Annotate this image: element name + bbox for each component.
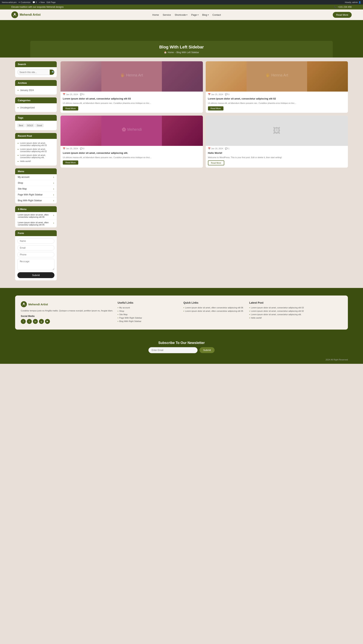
post-excerpt-3: Ut ultrices massa elit, at bibendum libe… xyxy=(63,156,201,159)
form-email-input[interactable] xyxy=(17,245,54,250)
menu-item-my-account[interactable]: My account › xyxy=(15,174,57,180)
breadcrumb-home[interactable]: Home xyxy=(168,51,174,54)
nav-blog[interactable]: Blog ▾ xyxy=(202,14,209,16)
s-menu-item-2[interactable]: Lorem ipsum dolor sit amet, often consec… xyxy=(15,220,57,228)
category-item[interactable]: Uncategorized xyxy=(17,106,54,110)
admin-new[interactable]: + New xyxy=(39,1,45,4)
menu-item-my-account-label: My account xyxy=(18,176,29,178)
form-phone-input[interactable] xyxy=(17,252,54,257)
svg-point-0 xyxy=(14,13,15,15)
menu-widget: Menu My account › Shop › Site Map › Page… xyxy=(15,168,57,204)
post-read-more-2[interactable]: Read More xyxy=(208,106,224,110)
tags-widget-body: Best GOLD Good xyxy=(15,121,57,130)
footer-useful-links: Useful Links My account Shop Site Map Pa… xyxy=(118,301,180,324)
post-meta-2: 📅 Jan 25, 2024 💬 0 xyxy=(206,92,348,96)
tag-gold[interactable]: GOLD xyxy=(25,124,34,127)
footer-link-my-account[interactable]: My account xyxy=(118,306,180,309)
posts-grid: 🖐 Henna Art 📅 Jan 25, 2024 💬 0 Lorem ips… xyxy=(60,61,348,168)
social-youtube[interactable]: ▶ xyxy=(45,319,50,324)
calendar-icon-4: 📅 xyxy=(208,148,211,150)
footer-link-shop[interactable]: Shop xyxy=(118,310,180,312)
social-media-label: Social Media xyxy=(21,315,114,318)
nav-contact[interactable]: Contact xyxy=(213,14,221,16)
newsletter-email-input[interactable] xyxy=(148,347,198,353)
post-comments-text-1: 0 xyxy=(83,93,84,96)
s-menu-widget-title: S Menu xyxy=(15,206,57,212)
post-content-4: Hello World! Welcome to WordPress. This … xyxy=(206,150,348,168)
post-card-1: 🖐 Henna Art 📅 Jan 25, 2024 💬 0 Lorem ips… xyxy=(60,61,203,113)
nav-page[interactable]: Page ▾ xyxy=(191,14,198,16)
post-read-more-4[interactable]: Read More xyxy=(208,160,224,165)
footer-link-site-map[interactable]: Site Map xyxy=(118,313,180,316)
admin-customize[interactable]: ✏ Customize xyxy=(18,1,31,4)
s-menu-items: Lorem ipsum dolor sit amet, often consec… xyxy=(15,212,57,228)
search-widget-body: 🔍 xyxy=(15,67,57,77)
footer-latest-post-1[interactable]: Lorem ipsum dolor sit amet, consectetur … xyxy=(249,306,342,309)
logo-svg xyxy=(13,13,17,17)
admin-comments[interactable]: 💬 3 xyxy=(32,1,37,4)
admin-bar: heena-artist-pro ✏ Customize 💬 3 + New E… xyxy=(0,0,363,4)
phone-icon: 📞 xyxy=(334,6,337,8)
footer-latest-post-3[interactable]: Lorem ipsum dolor sit amet, consectetur … xyxy=(249,313,342,316)
menu-item-site-map[interactable]: Site Map › xyxy=(15,186,57,192)
social-icons: f t in g ▶ xyxy=(21,319,114,324)
tag-best[interactable]: Best xyxy=(17,124,24,127)
menu-item-page-right-sidebar[interactable]: Page With Right Sidebar › xyxy=(15,192,57,198)
post-image-3: 🌸 Mehendi xyxy=(60,116,203,146)
admin-bar-right: Howdy, admin 👤 xyxy=(345,1,361,4)
calendar-icon-2: 📅 xyxy=(208,93,211,96)
footer-quick-link-1[interactable]: Lorem ipsum dolor sit amet, often consec… xyxy=(183,306,245,309)
social-twitter[interactable]: t xyxy=(27,319,32,324)
header: Mehendi Artist Home Service Shortcode ▾ … xyxy=(0,10,363,20)
post-thumb-1: 🖐 Henna Art xyxy=(60,61,203,92)
recent-post-item-1[interactable]: Lorem ipsum dolor sit amet, consectetur … xyxy=(17,141,54,147)
post-date-text-3: Jan 25, 2024 xyxy=(66,148,78,150)
footer-latest-post-4[interactable]: Hello world! xyxy=(249,317,342,319)
recent-post-item-3[interactable]: Lorem ipsum dolor sit amet, consectetur … xyxy=(17,153,54,159)
menu-item-page-right-sidebar-label: Page With Right Sidebar xyxy=(18,193,42,196)
form-submit-button[interactable]: Submit xyxy=(17,272,54,278)
site-logo[interactable]: Mehendi Artist xyxy=(11,11,41,18)
social-google[interactable]: g xyxy=(39,319,44,324)
footer-link-page-right-sidebar[interactable]: Page With Right Sidebar xyxy=(118,317,180,319)
tag-good[interactable]: Good xyxy=(35,124,43,127)
header-cta-button[interactable]: Read More xyxy=(333,12,352,18)
s-menu-widget: S Menu Lorem ipsum dolor sit amet, often… xyxy=(15,206,57,228)
newsletter-submit-button[interactable]: Submit xyxy=(199,347,215,353)
form-widget: Form Submit xyxy=(15,230,57,280)
post-read-more-3[interactable]: Read More xyxy=(63,160,78,164)
newsletter-title: Subscribe To Our Newsletter xyxy=(15,341,348,345)
nav-home[interactable]: Home xyxy=(152,14,159,16)
form-name-input[interactable] xyxy=(17,238,54,244)
footer-inner: Mehendi Artist Curabitur tempus justo eu… xyxy=(15,296,348,330)
svg-point-7 xyxy=(23,303,24,304)
footer-link-blog-right-sidebar[interactable]: Blog With Right Sidebar xyxy=(118,320,180,322)
admin-site-name[interactable]: heena-artist-pro xyxy=(2,1,17,4)
nav-shortcode[interactable]: Shortcode ▾ xyxy=(175,14,187,16)
menu-item-shop[interactable]: Shop › xyxy=(15,180,57,186)
menu-item-blog-right-sidebar[interactable]: Blog With Right Sidebar › xyxy=(15,198,57,204)
form-message-input[interactable] xyxy=(17,259,54,270)
search-input[interactable] xyxy=(17,70,50,75)
post-read-more-1[interactable]: Read More xyxy=(63,106,78,110)
footer-latest-post-2[interactable]: Lorem ipsum dolor sit amet, consectetur … xyxy=(249,310,342,312)
post-comments-1: 💬 0 xyxy=(80,93,84,96)
post-date-1: 📅 Jan 25, 2024 xyxy=(63,93,78,96)
recent-post-item-4[interactable]: Hello world! xyxy=(17,159,54,163)
social-facebook[interactable]: f xyxy=(21,319,26,324)
footer-quick-link-2[interactable]: Lorem ipsum dolor sit amet, often consec… xyxy=(183,310,245,312)
calendar-icon-1: 📅 xyxy=(63,93,65,96)
admin-edit-page[interactable]: Edit Page xyxy=(46,1,55,4)
search-button[interactable]: 🔍 xyxy=(50,70,54,75)
top-bar-tagline: Elevate tradition with our exquisite Meh… xyxy=(11,6,63,8)
recent-post-item-2[interactable]: Lorem ipsum dolor sit amet, consectetur … xyxy=(17,147,54,153)
form-widget-body: Submit xyxy=(15,236,57,280)
social-instagram[interactable]: in xyxy=(33,319,38,324)
archive-item[interactable]: January 2024 xyxy=(17,88,54,92)
menu-widget-title: Menu xyxy=(15,168,57,174)
menu-item-blog-right-sidebar-label: Blog With Right Sidebar xyxy=(18,199,42,202)
post-comments-3: 💬 0 xyxy=(80,148,84,150)
nav-service[interactable]: Service xyxy=(163,14,171,16)
s-menu-item-1[interactable]: Lorem ipsum dolor sit amet, often consec… xyxy=(15,212,57,220)
footer-useful-links-title: Useful Links xyxy=(118,301,180,304)
